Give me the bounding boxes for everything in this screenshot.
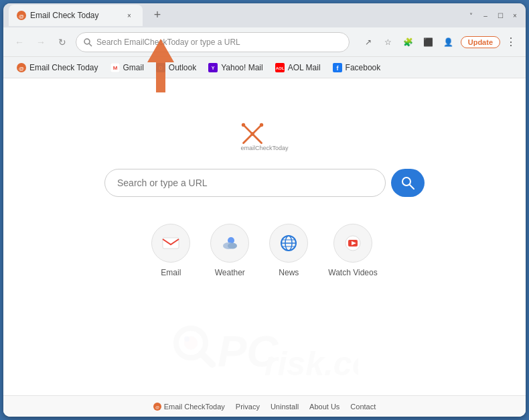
page-content: emailCheckToday xyxy=(3,78,526,417)
svg-text:PC: PC xyxy=(218,327,279,376)
new-tab-button[interactable]: + xyxy=(148,5,167,24)
news-quick-icon xyxy=(269,224,308,263)
search-bar-container xyxy=(104,169,425,197)
facebook-favicon: f xyxy=(333,63,342,72)
bookmark-button[interactable]: ☆ xyxy=(380,34,396,50)
svg-point-39 xyxy=(176,328,206,358)
footer-emailchecktoday-label: Email CheckToday xyxy=(164,403,225,411)
forward-button[interactable]: → xyxy=(33,34,49,50)
footer-link-privacy[interactable]: Privacy xyxy=(236,403,260,411)
profile-button[interactable]: 👤 xyxy=(441,34,457,50)
search-submit-button[interactable] xyxy=(391,169,425,197)
search-btn-icon xyxy=(401,176,414,190)
logo-area: emailCheckToday xyxy=(234,119,295,155)
watchvideos-quick-label: Watch Videos xyxy=(328,268,377,277)
yahoo-favicon: Y xyxy=(208,63,218,72)
svg-text:Y: Y xyxy=(212,66,215,70)
footer-about-label: About Us xyxy=(309,403,339,411)
svg-text:@: @ xyxy=(19,65,24,71)
svg-line-18 xyxy=(244,134,253,143)
svg-point-20 xyxy=(242,123,245,127)
bookmark-gmail-label: Gmail xyxy=(123,63,144,72)
share-button[interactable]: ↗ xyxy=(360,34,376,50)
bookmark-emailchecktoday[interactable]: @ Email Check Today xyxy=(11,60,104,75)
bookmark-yahoomail-label: Yahoo! Mail xyxy=(221,63,262,72)
extensions-button[interactable]: 🧩 xyxy=(400,34,417,50)
footer-link-contact[interactable]: Contact xyxy=(350,403,376,411)
svg-point-24 xyxy=(402,178,410,186)
browser-tab[interactable]: @ Email Check Today × xyxy=(9,5,143,26)
search-icon xyxy=(83,38,92,47)
bookmark-facebook-label: Facebook xyxy=(346,63,381,72)
refresh-button[interactable]: ↻ xyxy=(54,34,70,50)
bookmark-gmail[interactable]: M Gmail xyxy=(105,60,149,75)
bookmarks-bar: @ Email Check Today M Gmail O Outlook Y … xyxy=(3,57,526,78)
email-quick-label: Email xyxy=(161,268,181,277)
bookmark-outlook-label: Outlook xyxy=(169,63,196,72)
svg-point-22 xyxy=(250,132,254,135)
quick-link-weather[interactable]: Weather xyxy=(210,224,249,277)
footer-link-about-us[interactable]: About Us xyxy=(309,403,339,411)
browser-window: @ Email Check Today × + ˅ – ☐ × ← → ↻ Se… xyxy=(3,3,526,417)
svg-text:O: O xyxy=(159,66,163,70)
svg-text:M: M xyxy=(112,65,117,71)
bookmark-outlook[interactable]: O Outlook xyxy=(151,60,202,75)
email-quick-icon xyxy=(151,224,190,263)
weather-quick-icon xyxy=(210,224,249,263)
browser-menu-button[interactable]: ⋮ xyxy=(504,36,518,48)
bookmark-aolmail-label: AOL Mail xyxy=(288,63,321,72)
footer-uninstall-label: Uninstall xyxy=(271,403,299,411)
watermark: PC risk.com xyxy=(3,323,526,390)
svg-line-3 xyxy=(89,44,92,46)
tab-title: Email Check Today xyxy=(30,11,120,20)
chevron-down-btn[interactable]: ˅ xyxy=(465,10,476,21)
quick-links: Email Weather xyxy=(151,224,377,277)
svg-text:@: @ xyxy=(155,405,159,409)
svg-point-42 xyxy=(184,336,190,342)
gmail-favicon: M xyxy=(110,63,120,72)
footer-link-emailchecktoday[interactable]: @ Email CheckToday xyxy=(153,403,225,411)
aol-favicon: AOL xyxy=(275,63,285,72)
minimize-button[interactable]: – xyxy=(480,10,491,21)
footer-link-uninstall[interactable]: Uninstall xyxy=(271,403,299,411)
quick-link-email[interactable]: Email xyxy=(151,224,190,277)
weather-quick-label: Weather xyxy=(215,268,245,277)
svg-point-41 xyxy=(184,336,198,350)
outlook-favicon: O xyxy=(156,63,165,72)
svg-text:risk.com: risk.com xyxy=(264,345,358,382)
footer-contact-label: Contact xyxy=(350,403,376,411)
quick-link-watchvideos[interactable]: Watch Videos xyxy=(328,224,377,277)
update-button[interactable]: Update xyxy=(461,36,500,48)
bookmark-aolmail[interactable]: AOL AOL Mail xyxy=(270,60,326,75)
svg-line-40 xyxy=(202,354,212,364)
svg-line-19 xyxy=(252,134,262,143)
sidebar-button[interactable]: ⬛ xyxy=(421,34,437,50)
page-footer: @ Email CheckToday Privacy Uninstall Abo… xyxy=(3,395,526,417)
url-placeholder-text: Search EmailCheckToday or type a URL xyxy=(96,38,240,47)
svg-text:emailCheckToday: emailCheckToday xyxy=(240,145,289,151)
title-bar: @ Email Check Today × + ˅ – ☐ × xyxy=(3,3,526,27)
address-bar-actions: ↗ ☆ 🧩 ⬛ 👤 Update ⋮ xyxy=(360,34,518,50)
svg-text:AOL: AOL xyxy=(275,66,284,70)
site-logo: emailCheckToday xyxy=(234,119,295,155)
footer-emailchecktoday-icon: @ xyxy=(153,403,161,411)
bookmark-emailchecktoday-label: Email Check Today xyxy=(29,63,98,72)
url-bar[interactable]: Search EmailCheckToday or type a URL xyxy=(76,32,350,52)
svg-rect-26 xyxy=(163,238,179,249)
main-search-input[interactable] xyxy=(104,169,386,197)
bookmark-facebook[interactable]: f Facebook xyxy=(327,60,386,75)
svg-line-25 xyxy=(410,185,414,189)
tab-close-btn[interactable]: × xyxy=(124,10,135,21)
address-bar: ← → ↻ Search EmailCheckToday or type a U… xyxy=(3,27,526,57)
news-quick-label: News xyxy=(279,268,299,277)
quick-link-news[interactable]: News xyxy=(269,224,308,277)
emailchecktoday-favicon: @ xyxy=(17,63,26,72)
bookmark-yahoomail[interactable]: Y Yahoo! Mail xyxy=(203,60,268,75)
footer-privacy-label: Privacy xyxy=(236,403,260,411)
svg-point-2 xyxy=(84,39,90,44)
maximize-button[interactable]: ☐ xyxy=(495,10,506,21)
back-button[interactable]: ← xyxy=(11,34,27,50)
svg-text:@: @ xyxy=(19,13,24,19)
close-button[interactable]: × xyxy=(510,10,520,21)
window-controls: ˅ – ☐ × xyxy=(465,10,520,21)
